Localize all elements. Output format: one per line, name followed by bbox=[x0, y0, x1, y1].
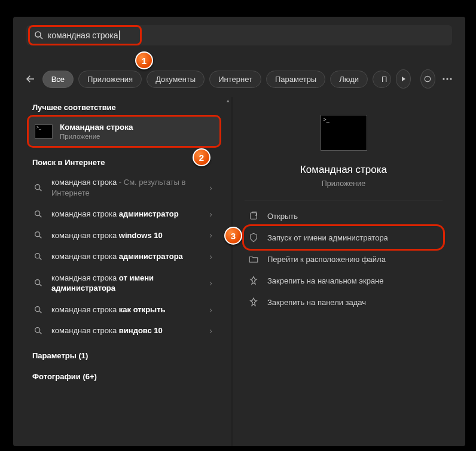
chevron-right-icon: › bbox=[209, 230, 215, 240]
svg-line-13 bbox=[39, 236, 41, 238]
search-bar[interactable]: командная строка bbox=[28, 25, 142, 45]
scroll-up-icon[interactable]: ▴ bbox=[224, 97, 231, 104]
tab-web[interactable]: Интернет bbox=[209, 71, 261, 88]
svg-line-19 bbox=[39, 311, 41, 313]
search-input[interactable]: командная строка bbox=[48, 31, 118, 40]
circle-icon bbox=[423, 75, 432, 83]
web-suggestion[interactable]: командная строка - См. результаты в Инте… bbox=[24, 172, 224, 203]
chevron-right-icon: › bbox=[209, 326, 215, 336]
svg-line-11 bbox=[39, 215, 41, 217]
parameters-header[interactable]: Параметры (1) bbox=[24, 345, 224, 365]
back-button[interactable] bbox=[24, 70, 38, 88]
shield-icon bbox=[248, 232, 259, 243]
account-button[interactable] bbox=[420, 69, 435, 89]
tab-truncated[interactable]: П bbox=[373, 71, 391, 88]
suggestion-text: командная строка как открыть bbox=[51, 304, 201, 315]
search-icon bbox=[33, 252, 43, 261]
preview-pane: Командная строка Приложение Открыть Запу… bbox=[233, 97, 454, 446]
preview-title: Командная строка bbox=[245, 164, 443, 176]
tab-documents[interactable]: Документы bbox=[147, 71, 205, 88]
tab-scroll-right[interactable] bbox=[396, 69, 411, 89]
web-suggestion[interactable]: командная строка администратор› bbox=[24, 203, 224, 225]
web-suggestion[interactable]: командная строка виндовс 10› bbox=[24, 320, 224, 342]
svg-point-7 bbox=[450, 78, 451, 80]
photos-header[interactable]: Фотографии (6+) bbox=[24, 366, 224, 386]
preview-icon bbox=[321, 115, 367, 151]
pin-icon bbox=[248, 297, 259, 307]
chevron-right-icon: › bbox=[209, 183, 215, 193]
action-pin-start-label: Закрепить на начальном экране bbox=[267, 276, 384, 285]
search-icon bbox=[33, 278, 43, 288]
svg-point-18 bbox=[35, 306, 40, 311]
svg-line-21 bbox=[39, 332, 41, 334]
search-icon bbox=[33, 305, 43, 315]
annotation-badge-1: 1 bbox=[135, 51, 153, 69]
suggestion-text: командная строка windows 10 bbox=[51, 230, 201, 241]
svg-point-14 bbox=[35, 254, 40, 258]
svg-point-12 bbox=[35, 232, 40, 237]
annotation-badge-3: 3 bbox=[224, 227, 242, 245]
top-result-title: Командная строка bbox=[60, 123, 133, 132]
svg-point-20 bbox=[35, 328, 40, 333]
chevron-right-icon: › bbox=[209, 305, 215, 315]
web-suggestions: командная строка - См. результаты в Инте… bbox=[24, 172, 224, 342]
web-suggestion[interactable]: командная строка от имени администратора… bbox=[24, 267, 224, 299]
svg-line-9 bbox=[39, 189, 41, 191]
top-result[interactable]: Командная строка Приложение bbox=[29, 117, 219, 146]
action-admin-label: Запуск от имени администратора bbox=[267, 233, 388, 242]
search-window: командная строка 1 Все Приложения Докуме… bbox=[13, 17, 465, 446]
suggestion-text: командная строка администратор bbox=[51, 209, 201, 220]
divider-line bbox=[245, 200, 443, 200]
chevron-right-icon: › bbox=[209, 252, 215, 261]
results-list: Лучшее соответствие Командная строка При… bbox=[24, 97, 224, 446]
action-pin-taskbar[interactable]: Закрепить на панели задач bbox=[245, 291, 443, 313]
cmd-icon bbox=[35, 124, 53, 139]
search-icon bbox=[33, 30, 44, 41]
preview-sub: Приложение bbox=[245, 179, 443, 188]
web-suggestion[interactable]: командная строка как открыть› bbox=[24, 299, 224, 321]
more-button[interactable] bbox=[440, 69, 454, 89]
action-open-label: Открыть bbox=[267, 212, 298, 221]
folder-icon bbox=[248, 254, 259, 264]
svg-point-10 bbox=[35, 211, 40, 216]
web-suggestion[interactable]: командная строка администратора› bbox=[24, 246, 224, 267]
svg-point-8 bbox=[35, 184, 40, 189]
action-open-location[interactable]: Перейти к расположению файла bbox=[245, 248, 443, 270]
svg-point-4 bbox=[425, 76, 431, 81]
action-run-as-admin[interactable]: Запуск от имени администратора bbox=[245, 227, 443, 248]
action-pin-start[interactable]: Закрепить на начальном экране bbox=[245, 270, 443, 291]
tab-settings[interactable]: Параметры bbox=[266, 71, 325, 88]
open-icon bbox=[248, 211, 259, 221]
top-result-sub: Приложение bbox=[60, 133, 133, 140]
action-pin-taskbar-label: Закрепить на панели задач bbox=[267, 298, 366, 307]
suggestion-text: командная строка от имени администратора bbox=[51, 273, 201, 294]
search-icon bbox=[33, 183, 43, 193]
svg-marker-3 bbox=[402, 77, 405, 81]
search-icon bbox=[33, 230, 43, 240]
svg-line-15 bbox=[39, 258, 41, 260]
svg-line-17 bbox=[39, 284, 41, 286]
suggestion-text: командная строка виндовс 10 bbox=[51, 325, 201, 336]
suggestion-text: командная строка администратора bbox=[51, 251, 201, 262]
tab-apps[interactable]: Приложения bbox=[78, 71, 142, 88]
chevron-right-icon: › bbox=[209, 278, 215, 288]
web-suggestion[interactable]: командная строка windows 10› bbox=[24, 225, 224, 246]
action-open[interactable]: Открыть bbox=[245, 205, 443, 227]
suggestion-text: командная строка - См. результаты в Инте… bbox=[51, 177, 201, 198]
action-location-label: Перейти к расположению файла bbox=[267, 255, 386, 264]
tab-people[interactable]: Люди bbox=[330, 71, 368, 88]
filter-tabs: Все Приложения Документы Интернет Параме… bbox=[24, 68, 454, 90]
chevron-right-icon: › bbox=[209, 209, 215, 219]
arrow-left-icon bbox=[25, 74, 36, 84]
ellipsis-icon bbox=[443, 78, 452, 80]
pin-icon bbox=[248, 275, 259, 286]
tab-all[interactable]: Все bbox=[42, 71, 74, 88]
scrollbar[interactable]: ▴ bbox=[224, 97, 231, 446]
text-cursor bbox=[119, 31, 120, 40]
search-icon bbox=[33, 326, 43, 336]
svg-point-6 bbox=[446, 78, 448, 80]
annotation-badge-2: 2 bbox=[193, 148, 210, 166]
play-icon bbox=[401, 76, 407, 82]
svg-point-16 bbox=[35, 280, 40, 285]
svg-line-1 bbox=[40, 36, 42, 39]
